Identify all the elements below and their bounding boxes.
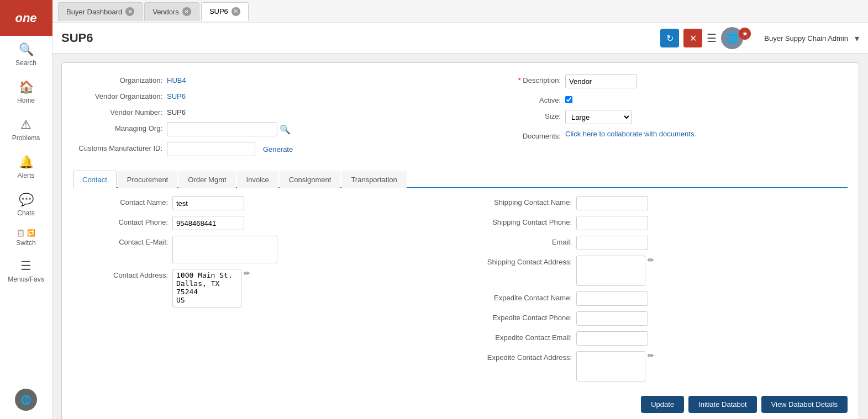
form-footer: Update Initiate Databot View Databot Det… xyxy=(73,387,848,415)
managing-org-search-button[interactable]: 🔍 xyxy=(280,124,291,135)
warning-icon: ⚠ xyxy=(20,118,31,132)
main-area: Buyer Dashboard ✕ Vendors ✕ SUP6 ✕ SUP6 … xyxy=(52,0,868,419)
switch-icon-2: 🔁 xyxy=(27,229,35,237)
contact-phone-input[interactable] xyxy=(172,216,244,230)
vendor-org-label: Vendor Organization: xyxy=(73,90,167,100)
size-select[interactable]: Small Medium Large Extra Large xyxy=(565,110,632,124)
header-actions: ↻ ✕ ☰ 🌐 ★ Buyer Suppy Chain Admin ▾ xyxy=(660,27,859,49)
sidebar-label-switch: Switch xyxy=(16,239,35,247)
sidebar-label-search: Search xyxy=(15,59,36,67)
page-title: SUP6 xyxy=(61,31,660,45)
customs-id-row: Customs Manufacturer ID: Generate xyxy=(73,142,449,156)
form-right-fields: Description: Active: Size: Small Medi xyxy=(471,74,848,162)
email-row: Email: xyxy=(466,236,848,250)
documents-row: Documents: Click here to collaborate wit… xyxy=(471,130,848,140)
contact-email-input[interactable] xyxy=(172,236,277,263)
shipping-address-wrapper: ✏ xyxy=(576,256,654,286)
tab-transportation[interactable]: Transportation xyxy=(341,171,406,188)
active-checkbox[interactable] xyxy=(565,96,572,103)
size-label: Size: xyxy=(471,110,565,120)
contact-phone-label: Contact Phone: xyxy=(73,216,172,226)
size-row: Size: Small Medium Large Extra Large xyxy=(471,110,848,124)
expedite-email-label: Expedite Contact Email: xyxy=(466,331,576,342)
initiate-databot-button[interactable]: Initiate Databot xyxy=(688,396,756,413)
sidebar-item-chats[interactable]: 💬 Chats xyxy=(0,186,52,224)
app-logo[interactable]: one xyxy=(0,0,52,36)
tab-close-buyer-dashboard[interactable]: ✕ xyxy=(125,7,134,16)
vendor-number-row: Vendor Number: SUP6 xyxy=(73,106,449,116)
expedite-email-row: Expedite Contact Email: xyxy=(466,331,848,346)
contact-phone-row: Contact Phone: xyxy=(73,216,455,230)
view-databot-button[interactable]: View Databot Details xyxy=(761,396,848,413)
expedite-address-edit-icon[interactable]: ✏ xyxy=(648,351,654,360)
tab-consignment[interactable]: Consignment xyxy=(280,171,341,188)
sidebar-label-menus: Menus/Favs xyxy=(8,275,44,283)
vendor-org-value[interactable]: SUP6 xyxy=(167,90,449,100)
expedite-address-input[interactable] xyxy=(576,351,645,381)
tab-sup6[interactable]: SUP6 ✕ xyxy=(201,2,249,21)
tab-close-vendors[interactable]: ✕ xyxy=(182,7,191,16)
shipping-address-label: Shipping Contact Address: xyxy=(466,256,576,266)
contact-address-input[interactable]: 1000 Main St. Dallas, TX 75244 US xyxy=(172,269,241,307)
tab-bar: Buyer Dashboard ✕ Vendors ✕ SUP6 ✕ xyxy=(52,0,868,23)
refresh-button[interactable]: ↻ xyxy=(660,29,679,47)
contact-left-fields: Contact Name: Contact Phone: Contact E-M… xyxy=(73,196,455,387)
sidebar-item-alerts[interactable]: 🔔 Alerts xyxy=(0,148,52,186)
managing-org-input[interactable] xyxy=(167,122,277,136)
documents-label: Documents: xyxy=(471,130,565,140)
star-icon: ★ xyxy=(739,28,751,40)
expedite-email-input[interactable] xyxy=(576,331,648,346)
shipping-address-input[interactable] xyxy=(576,256,645,286)
tab-invoice[interactable]: Invoice xyxy=(237,171,278,188)
sidebar-user-avatar[interactable]: 🌐 xyxy=(15,389,37,411)
contact-email-row: Contact E-Mail: xyxy=(73,236,455,263)
tab-vendors[interactable]: Vendors ✕ xyxy=(144,2,199,21)
contact-right-fields: Shipping Contact Name: Shipping Contact … xyxy=(466,196,848,387)
shipping-name-input[interactable] xyxy=(576,196,648,210)
tab-close-sup6[interactable]: ✕ xyxy=(232,7,240,16)
update-button[interactable]: Update xyxy=(641,396,684,413)
managing-org-input-wrapper: 🔍 xyxy=(167,122,291,136)
menu-icon: ☰ xyxy=(20,259,31,273)
active-checkbox-wrapper xyxy=(565,94,572,103)
sidebar-label-home: Home xyxy=(17,97,35,104)
contact-address-edit-icon[interactable]: ✏ xyxy=(244,269,250,278)
description-input[interactable] xyxy=(565,74,637,88)
contact-name-input[interactable] xyxy=(172,196,244,210)
shipping-address-edit-icon[interactable]: ✏ xyxy=(648,256,654,264)
email-input[interactable] xyxy=(576,236,648,250)
page-header: SUP6 ↻ ✕ ☰ 🌐 ★ Buyer Suppy Chain Admin ▾ xyxy=(52,23,868,54)
close-page-button[interactable]: ✕ xyxy=(683,29,702,47)
expedite-phone-input[interactable] xyxy=(576,311,648,326)
organization-value[interactable]: HUB4 xyxy=(167,74,449,84)
tab-procurement[interactable]: Procurement xyxy=(118,171,177,188)
menu-button[interactable]: ☰ xyxy=(707,31,717,45)
documents-link[interactable]: Click here to collaborate with documents… xyxy=(565,130,696,138)
customs-id-wrapper: Generate xyxy=(167,142,293,156)
vendor-number-label: Vendor Number: xyxy=(73,106,167,116)
customs-id-input[interactable] xyxy=(167,142,255,156)
active-label: Active: xyxy=(471,94,565,104)
tab-contact[interactable]: Contact xyxy=(73,171,117,188)
user-name-label: Buyer Suppy Chain Admin xyxy=(764,34,848,43)
sidebar-item-search[interactable]: 🔍 Search xyxy=(0,36,52,73)
managing-org-label: Managing Org: xyxy=(73,122,167,132)
tab-buyer-dashboard[interactable]: Buyer Dashboard ✕ xyxy=(58,2,143,21)
sidebar-item-home[interactable]: 🏠 Home xyxy=(0,73,52,111)
form-top-section: Organization: HUB4 Vendor Organization: … xyxy=(73,74,848,162)
generate-link[interactable]: Generate xyxy=(263,145,293,153)
expedite-address-label: Expedite Contact Address: xyxy=(466,351,576,362)
tab-order-mgmt[interactable]: Order Mgmt xyxy=(178,171,235,188)
managing-org-row: Managing Org: 🔍 xyxy=(73,122,449,136)
expedite-name-input[interactable] xyxy=(576,291,648,306)
shipping-phone-input[interactable] xyxy=(576,216,648,230)
sidebar-item-switch[interactable]: 📋 🔁 Switch xyxy=(0,224,52,252)
user-dropdown-arrow[interactable]: ▾ xyxy=(855,33,859,44)
bell-icon: 🔔 xyxy=(19,155,34,169)
sidebar-item-problems[interactable]: ⚠ Problems xyxy=(0,111,52,148)
vendor-number-value: SUP6 xyxy=(167,106,449,116)
expedite-phone-label: Expedite Contact Phone: xyxy=(466,311,576,322)
search-icon: 🔍 xyxy=(19,43,34,57)
sidebar-item-menus[interactable]: ☰ Menus/Favs xyxy=(0,252,52,290)
expedite-phone-row: Expedite Contact Phone: xyxy=(466,311,848,326)
